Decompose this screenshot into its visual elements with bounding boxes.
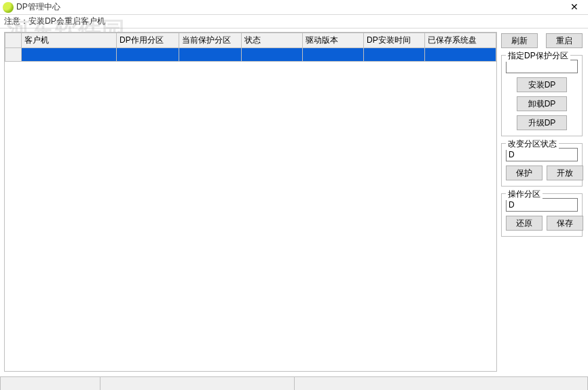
- col-status[interactable]: 状态: [242, 33, 303, 48]
- group-operate-legend: 操作分区: [506, 189, 543, 200]
- protect-button[interactable]: 保护: [506, 165, 543, 180]
- save-button[interactable]: 保存: [547, 216, 583, 231]
- upgrade-dp-button[interactable]: 升级DP: [517, 115, 567, 130]
- status-pane-3: [295, 377, 588, 390]
- app-icon: [3, 2, 14, 13]
- restart-button[interactable]: 重启: [546, 33, 583, 48]
- status-pane-1: [0, 377, 100, 390]
- table-row[interactable]: [5, 48, 496, 62]
- table-cell[interactable]: [179, 48, 242, 62]
- close-icon[interactable]: ✕: [565, 1, 584, 14]
- client-table-wrap: 客户机 DP作用分区 当前保护分区 状态 驱动版本 DP安装时间 已保存系统盘: [4, 32, 497, 372]
- refresh-button[interactable]: 刷新: [501, 33, 538, 48]
- change-state-input[interactable]: [506, 148, 578, 161]
- group-protect-legend: 指定DP保护分区: [506, 50, 570, 62]
- table-cell[interactable]: [117, 48, 179, 62]
- status-bar: [0, 376, 588, 390]
- table-cell[interactable]: [364, 48, 425, 62]
- status-pane-2: [100, 377, 295, 390]
- window-title: DP管理中心: [16, 1, 60, 13]
- notice-bar: 注意：安装DP会重启客户机: [0, 15, 588, 28]
- client-table[interactable]: 客户机 DP作用分区 当前保护分区 状态 驱动版本 DP安装时间 已保存系统盘: [5, 33, 496, 62]
- group-change-state: 改变分区状态 保护 开放: [501, 143, 583, 187]
- top-button-row: 刷新 重启: [501, 33, 583, 48]
- titlebar: DP管理中心 ✕: [0, 0, 588, 15]
- protect-zone-input[interactable]: [506, 60, 578, 73]
- operate-zone-input[interactable]: [506, 198, 578, 212]
- col-dp-zone[interactable]: DP作用分区: [117, 33, 179, 48]
- table-cell[interactable]: [242, 48, 303, 62]
- row-header: [5, 48, 22, 62]
- group-protect-zone: 指定DP保护分区 安装DP 卸载DP 升级DP: [501, 55, 583, 136]
- table-cell[interactable]: [22, 48, 117, 62]
- table-cell[interactable]: [303, 48, 364, 62]
- restore-button[interactable]: 还原: [506, 216, 543, 231]
- notice-text: 注意：安装DP会重启客户机: [4, 16, 105, 27]
- col-client[interactable]: 客户机: [22, 33, 117, 48]
- group-change-legend: 改变分区状态: [506, 138, 559, 150]
- table-corner: [5, 33, 22, 48]
- table-cell[interactable]: [425, 48, 496, 62]
- open-button[interactable]: 开放: [547, 165, 583, 180]
- col-protect-zone[interactable]: 当前保护分区: [179, 33, 242, 48]
- col-saved-sysdisk[interactable]: 已保存系统盘: [425, 33, 496, 48]
- col-install-time[interactable]: DP安装时间: [364, 33, 425, 48]
- table-header-row: 客户机 DP作用分区 当前保护分区 状态 驱动版本 DP安装时间 已保存系统盘: [5, 33, 496, 48]
- main-area: 客户机 DP作用分区 当前保护分区 状态 驱动版本 DP安装时间 已保存系统盘 …: [0, 28, 588, 374]
- install-dp-button[interactable]: 安装DP: [517, 77, 567, 92]
- uninstall-dp-button[interactable]: 卸载DP: [517, 96, 567, 111]
- col-driver-ver[interactable]: 驱动版本: [303, 33, 364, 48]
- sidebar: 刷新 重启 指定DP保护分区 安装DP 卸载DP 升级DP 改变分区状态 保护 …: [497, 29, 588, 374]
- group-operate-zone: 操作分区 还原 保存: [501, 193, 583, 237]
